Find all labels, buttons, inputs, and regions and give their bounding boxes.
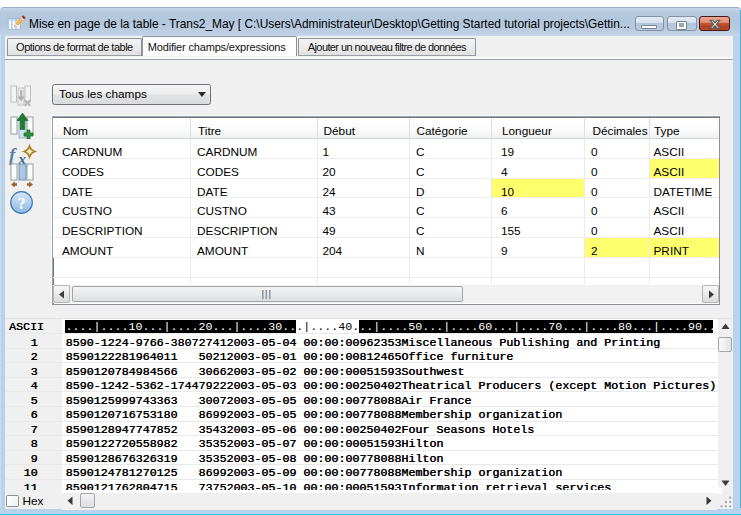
svg-text:?: ? — [17, 193, 25, 212]
svg-text:f: f — [9, 144, 17, 165]
